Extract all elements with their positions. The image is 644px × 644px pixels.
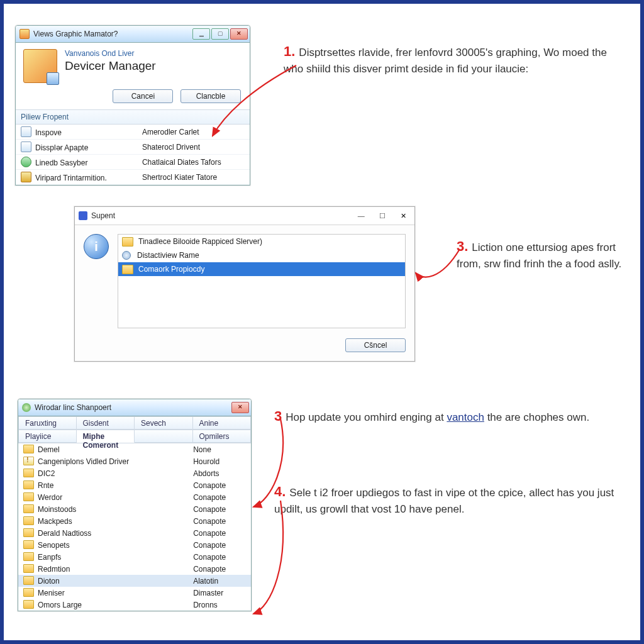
row-label: Demel (38, 445, 60, 454)
cancel-button[interactable]: Cancei (113, 89, 173, 103)
maximize-button[interactable] (211, 28, 229, 40)
arrow-2 (416, 268, 466, 301)
row-value: Hourold (188, 455, 251, 467)
close-button[interactable] (231, 402, 249, 413)
row-label: Werdor (38, 493, 62, 502)
row-label: Moinstoods (38, 505, 76, 514)
table-row[interactable]: Viripard Trintarmition.Shertrocl Kiater … (16, 170, 250, 185)
row-value: Conapote (188, 539, 251, 551)
tab[interactable]: Opmilers (193, 430, 252, 443)
row-value: Conapote (188, 563, 251, 575)
table-row[interactable]: DemelNone (18, 443, 251, 455)
row-value: Chatlaical Diates Tafors (137, 155, 250, 170)
tab[interactable]: Gisdent (77, 416, 135, 430)
w3-titlebar[interactable]: Wirodar linc Shanpoert (18, 399, 251, 416)
table-row[interactable]: EanpfsConapote (18, 551, 251, 563)
row-value: Amerodler Carlet (137, 125, 250, 140)
table-row[interactable]: WerdorConapote (18, 491, 251, 503)
step-4-number: 4. (274, 484, 286, 499)
row-label: Cangeniplons Vidled Driver (38, 457, 129, 466)
table-row[interactable]: DIC2Abdorts (18, 467, 251, 479)
row-label: Redmtion (38, 565, 70, 574)
row-value: Shaterocl Drivent (137, 140, 250, 155)
w1-titlebar[interactable]: Views Graphic Mamator? (16, 26, 250, 43)
tab[interactable]: Miphe Comeront (77, 430, 135, 443)
list-item[interactable]: Distactiview Rame (118, 248, 405, 262)
folder-icon (23, 445, 34, 453)
w1-tab[interactable]: Piliew Fropent (21, 113, 69, 121)
table-row[interactable]: SenopetsConapote (18, 539, 251, 551)
folder-icon (122, 237, 133, 247)
w2-list[interactable]: Tinadlece Bilooide Rappiced Slerver)Dist… (118, 234, 406, 328)
row-value: Dronns (188, 599, 251, 611)
table-row[interactable]: DiotonAlatotin (18, 575, 251, 587)
supent-dialog: Supent — ☐ ✕ i Tinadlece Bilooide Rappic… (74, 206, 415, 362)
close-button[interactable]: ✕ (394, 209, 413, 222)
clancble-button[interactable]: Clancble (180, 89, 241, 103)
row-value: Shertrocl Kiater Tatore (137, 170, 250, 185)
step-1: 1.Disptrsettes rlavide, frer lenfovrd 30… (284, 42, 623, 77)
maximize-button[interactable]: ☐ (373, 209, 392, 222)
step-3-text-a: Hop update you omhird enging at (286, 411, 447, 423)
step-3-number: 3 (274, 408, 282, 424)
tab[interactable]: Sevech (135, 416, 193, 430)
step-1-number: 1. (284, 43, 295, 59)
w2-title: Supent (91, 211, 115, 220)
step-2: 3.Liction one ettursiog apes frort from,… (457, 236, 633, 272)
w2-title-icon (79, 211, 87, 220)
w1-subtitle: Vanvanois Ond Liver (65, 49, 156, 58)
w3-title: Wirodar linc Shanpoert (35, 403, 111, 412)
row-value: Dimaster (188, 587, 251, 599)
step-3-link[interactable]: vantoch (447, 411, 484, 423)
tutorial-page: 1.Disptrsettes rlavide, frer lenfovrd 30… (0, 0, 644, 644)
folder-icon (23, 469, 34, 477)
list-item[interactable]: Tinadlece Bilooide Rappiced Slerver) (118, 235, 405, 248)
step-4-text: Sele t i2 froer updiegos to fast in vipe… (274, 487, 614, 515)
row-label: Dissplər Apapte (35, 143, 88, 152)
folder-icon (23, 552, 34, 561)
close-button[interactable] (230, 28, 248, 40)
shanpoert-window: Wirodar linc Shanpoert FaruxtingGisdentS… (18, 399, 252, 611)
table-row[interactable]: MeniserDimaster (18, 587, 251, 599)
table-row[interactable]: MackpedsConapote (18, 515, 251, 527)
w3-tabs: FaruxtingGisdentSevechAninePlayiiceMiphe… (18, 416, 251, 443)
arrow-4 (252, 551, 296, 628)
w2-titlebar[interactable]: Supent — ☐ ✕ (75, 207, 414, 225)
w1-table: InspoveAmerodler CarletDissplər ApapteSh… (16, 125, 250, 185)
row-label: Viripard Trintarmition. (35, 174, 107, 182)
table-row[interactable]: Dissplər ApapteShaterocl Drivent (16, 140, 250, 155)
device-manager-icon (23, 49, 57, 83)
folder-icon (23, 528, 34, 537)
w1-title-icon (19, 29, 30, 39)
table-row[interactable]: RedmtionConapote (18, 563, 251, 575)
cancel-button[interactable]: Cšncel (345, 338, 406, 352)
device-manager-window: Views Graphic Mamator? Vanvanois Ond Liv… (15, 25, 250, 186)
row-label: Rnte (38, 481, 53, 490)
tab[interactable]: Faruxting (18, 416, 77, 430)
list-item[interactable]: Comaork Propiocdy (118, 262, 405, 276)
tab[interactable]: Anine (193, 416, 252, 430)
table-row[interactable]: Linedb SasyberChatlaical Diates Tafors (16, 155, 250, 170)
row-value: None (188, 443, 251, 455)
row-value: Conapote (188, 491, 251, 503)
table-row[interactable]: Omors LargeDronns (18, 599, 251, 611)
minimize-button[interactable] (192, 28, 210, 40)
folder-icon (23, 564, 34, 573)
table-row[interactable]: RnteConapote (18, 479, 251, 491)
w3-title-icon (22, 403, 31, 412)
table-row[interactable]: MoinstoodsConapote (18, 503, 251, 515)
folder-icon (23, 540, 34, 549)
warning-icon (23, 457, 34, 465)
tab[interactable] (135, 430, 193, 443)
minimize-button[interactable]: — (352, 209, 370, 222)
row-label: Linedb Sasyber (35, 158, 87, 167)
table-row[interactable]: Derald NadtiossConapote (18, 527, 251, 539)
row-label: Mackpeds (38, 517, 72, 526)
row-icon (21, 157, 31, 167)
row-label: Dioton (38, 577, 60, 586)
step-3-text-b: the are chophes own. (484, 411, 589, 423)
row-value: Conapote (188, 515, 251, 527)
tab[interactable]: Playiice (18, 430, 77, 443)
table-row[interactable]: Cangeniplons Vidled DriverHourold (18, 455, 251, 467)
table-row[interactable]: InspoveAmerodler Carlet (16, 125, 250, 140)
